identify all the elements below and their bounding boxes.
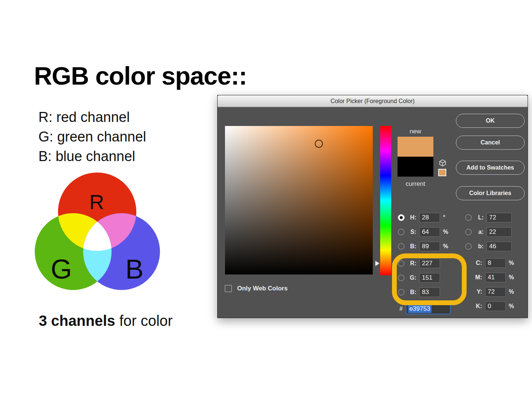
b-rgb-input[interactable] (419, 287, 440, 297)
s-input[interactable] (419, 227, 440, 237)
yellow-row: Y: % (473, 287, 514, 297)
b-hsb-input[interactable] (419, 242, 440, 251)
black-row: K: % (473, 301, 514, 311)
k-label: K: (473, 303, 482, 310)
radio-r[interactable] (398, 260, 405, 267)
b-rgb-label: B: (407, 289, 416, 296)
web-safe-color-swatch[interactable] (438, 169, 446, 176)
channel-line-green: G: green channel (38, 127, 146, 147)
caption-rest: for color (115, 313, 173, 329)
c-input[interactable] (485, 258, 506, 268)
m-unit: % (509, 274, 514, 281)
m-label: M: (473, 274, 482, 281)
radio-s[interactable] (398, 229, 405, 235)
r-input[interactable] (419, 259, 440, 268)
venn-label-b: B (125, 254, 143, 284)
new-color-swatch (398, 137, 433, 157)
rgb-fields: R: G: B: (398, 258, 440, 301)
k-input[interactable] (485, 301, 506, 311)
gamut-warning-cube-icon[interactable] (439, 159, 446, 167)
k-unit: % (509, 303, 514, 310)
hsb-fields: H: ° S: % B: % (398, 212, 448, 256)
a-row: a: (465, 227, 512, 237)
only-web-colors-label: Only Web Colors (237, 285, 288, 292)
only-web-colors-row: Only Web Colors (225, 285, 288, 292)
current-swatch-label: current (398, 180, 433, 188)
h-label: H: (407, 214, 416, 221)
hex-prefix: # (399, 306, 403, 312)
venn-label-g: G (51, 254, 72, 284)
only-web-colors-checkbox[interactable] (225, 285, 232, 292)
radio-b-rgb[interactable] (398, 289, 405, 296)
r-label: R: (407, 260, 416, 267)
cyan-row: C: % (473, 258, 514, 268)
h-input[interactable] (419, 213, 440, 222)
radio-b-hsb[interactable] (398, 243, 405, 250)
venn-label-r: R (89, 190, 104, 214)
a-input[interactable] (487, 227, 512, 237)
channel-line-red: R: red channel (38, 108, 146, 127)
brightness-row: B: % (398, 241, 448, 252)
slide-canvas: RGB color space:: R: red channel G: gree… (0, 0, 532, 399)
y-unit: % (509, 289, 514, 295)
l-row: L: (465, 212, 512, 223)
channel-line-blue: B: blue channel (38, 147, 146, 166)
y-input[interactable] (485, 287, 506, 297)
magenta-row: M: % (473, 272, 514, 283)
channel-list: R: red channel G: green channel B: blue … (38, 108, 146, 166)
m-input[interactable] (485, 273, 506, 282)
hue-slider-pointer-right[interactable] (392, 261, 396, 266)
red-row: R: (398, 258, 440, 269)
hue-row: H: ° (398, 212, 448, 223)
b-lab-row: b: (465, 241, 512, 252)
dialog-title: Color Picker (Foreground Color) (331, 98, 415, 105)
s-unit: % (443, 229, 448, 235)
color-field-marker[interactable] (315, 140, 323, 148)
a-label: a: (475, 229, 484, 235)
new-swatch-label: new (398, 128, 433, 135)
cancel-button[interactable]: Cancel (456, 136, 525, 150)
rgb-venn-diagram: R G B (33, 172, 160, 301)
add-to-swatches-button[interactable]: Add to Swatches (456, 161, 525, 175)
slide-caption: 3 channels for color (39, 313, 173, 329)
color-libraries-button[interactable]: Color Libraries (456, 186, 525, 200)
cmyk-fields: C: % M: % Y: % K: % (473, 258, 514, 316)
slide-title: RGB color space:: (34, 61, 247, 90)
caption-bold: 3 channels (39, 313, 115, 329)
hue-slider[interactable] (380, 126, 391, 275)
s-label: S: (407, 229, 416, 235)
b-lab-input[interactable] (487, 242, 512, 251)
radio-b-lab[interactable] (465, 243, 472, 250)
ok-button[interactable]: OK (456, 114, 525, 128)
c-label: C: (473, 260, 482, 266)
h-unit: ° (443, 214, 445, 221)
y-label: Y: (473, 289, 482, 295)
saturation-row: S: % (398, 227, 448, 237)
b-lab-label: b: (475, 243, 484, 250)
current-color-swatch[interactable] (398, 157, 433, 177)
hex-input[interactable]: e39753 (406, 303, 451, 314)
green-row: G: (398, 273, 440, 283)
radio-a[interactable] (465, 229, 472, 235)
hue-slider-pointer-left[interactable] (375, 261, 379, 266)
l-input[interactable] (487, 213, 512, 222)
radio-l[interactable] (465, 214, 472, 221)
g-input[interactable] (419, 273, 440, 283)
radio-h[interactable] (398, 214, 405, 221)
lab-fields: L: a: b: (465, 212, 512, 256)
hex-row: # e39753 (399, 303, 451, 314)
saturation-brightness-field[interactable] (225, 126, 373, 274)
b-hsb-label: B: (407, 243, 416, 250)
g-label: G: (407, 274, 416, 281)
b-hsb-unit: % (443, 243, 448, 250)
l-label: L: (475, 214, 484, 221)
hex-selected-text: e39753 (408, 305, 432, 313)
blue-row: B: (398, 287, 440, 297)
c-unit: % (509, 260, 514, 266)
radio-g[interactable] (398, 274, 405, 281)
color-picker-dialog: Color Picker (Foreground Color) new curr… (217, 95, 528, 318)
dialog-titlebar[interactable]: Color Picker (Foreground Color) (218, 95, 528, 107)
swatch-stack (398, 137, 433, 177)
